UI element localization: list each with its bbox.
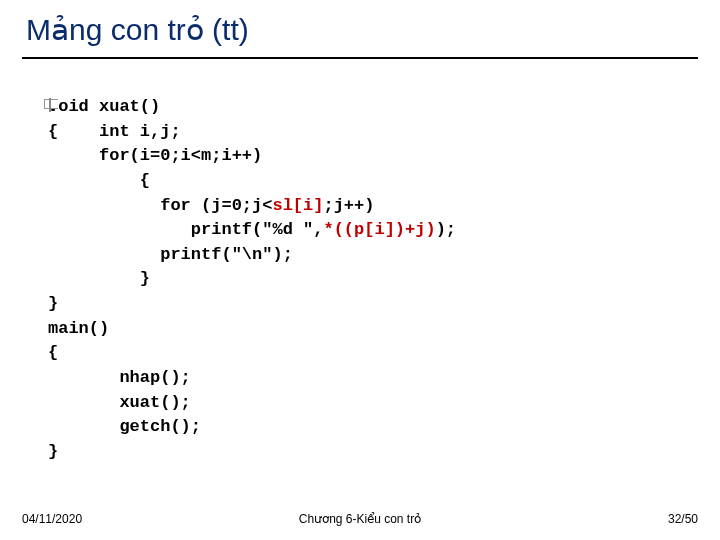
code-line: main(): [48, 319, 109, 338]
code-line: }: [48, 294, 58, 313]
code-highlight: sl[i]: [272, 196, 323, 215]
code-line: void xuat(): [48, 97, 160, 116]
code-line-part: );: [436, 220, 456, 239]
slide: Mảng con trỏ (tt) void xuat() { int i,j;…: [0, 0, 720, 540]
code-text: void xuat() { int i,j; for(i=0;i<m;i++) …: [48, 95, 698, 465]
code-line: xuat();: [48, 393, 191, 412]
code-line: }: [48, 442, 58, 461]
code-line: {: [48, 171, 150, 190]
code-block: void xuat() { int i,j; for(i=0;i<m;i++) …: [48, 95, 698, 465]
slide-title: Mảng con trỏ (tt): [22, 12, 698, 55]
code-line: }: [48, 269, 150, 288]
code-highlight: *((p[i])+j): [323, 220, 435, 239]
code-line: for(i=0;i<m;i++): [48, 146, 262, 165]
code-line-part: printf("%d ",: [48, 220, 323, 239]
code-line-part: for (j=0;j<: [48, 196, 272, 215]
code-line: {: [48, 343, 58, 362]
code-line-part: ;j++): [323, 196, 374, 215]
title-divider: [22, 57, 698, 59]
outline-handle-icon: [44, 99, 58, 109]
code-line: printf("\n");: [48, 245, 293, 264]
slide-footer: 04/11/2020 Chương 6-Kiểu con trỏ 32/50: [22, 512, 698, 526]
footer-page-number: 32/50: [668, 512, 698, 526]
code-line: getch();: [48, 417, 201, 436]
code-line: { int i,j;: [48, 122, 181, 141]
footer-date: 04/11/2020: [22, 512, 82, 526]
footer-chapter: Chương 6-Kiểu con trỏ: [22, 512, 698, 526]
code-line: nhap();: [48, 368, 191, 387]
